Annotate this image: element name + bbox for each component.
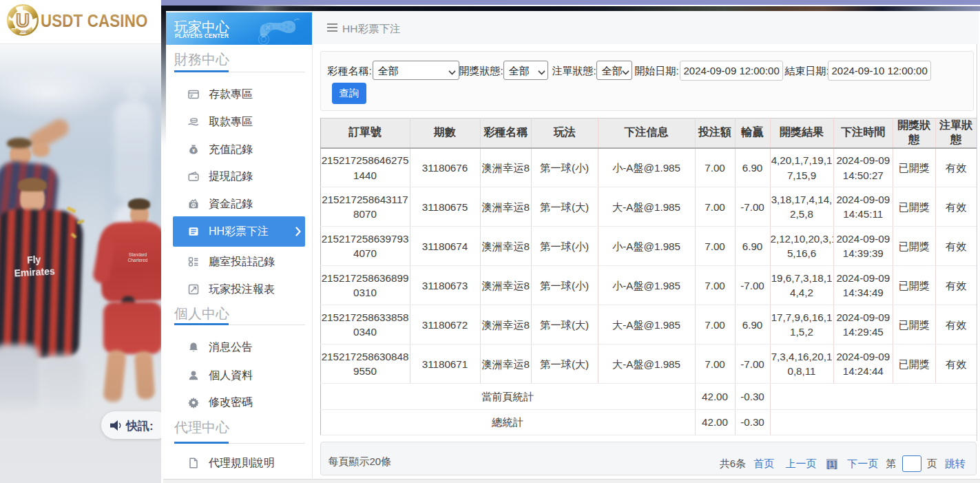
svg-text:CASINO: CASINO xyxy=(16,30,30,34)
svg-text:U: U xyxy=(16,10,30,31)
svg-text:USDT CASINO: USDT CASINO xyxy=(41,11,148,31)
